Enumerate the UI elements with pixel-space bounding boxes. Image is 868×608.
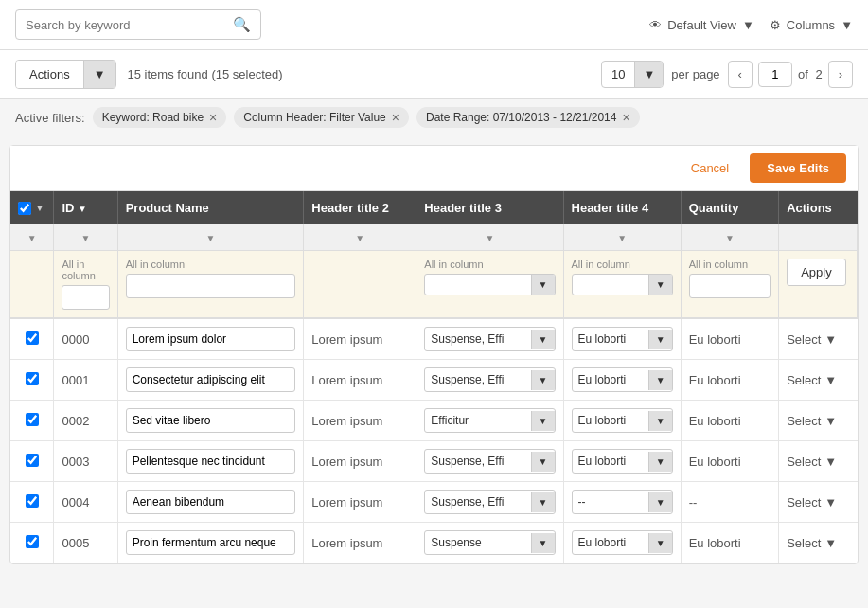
- row-select-button[interactable]: Select ▼: [787, 414, 837, 428]
- search-input[interactable]: [26, 18, 233, 32]
- row-header3-caret[interactable]: ▼: [531, 330, 555, 349]
- filter-arrow-h4[interactable]: ▼: [563, 224, 681, 251]
- row-select-button[interactable]: Select ▼: [787, 332, 837, 347]
- row-quantity-value: Eu loborti: [689, 455, 741, 469]
- th-header2: Header title 2: [304, 191, 416, 224]
- h4-filter-caret[interactable]: ▼: [648, 275, 672, 295]
- row-name-cell: [117, 523, 304, 563]
- data-table: ▼ ID ▼ Product Name Header title 2 Heade…: [10, 191, 858, 563]
- default-view-button[interactable]: 👁 Default View ▼: [649, 18, 754, 32]
- qty-filter-input[interactable]: [689, 274, 771, 298]
- filter-tag-keyword-remove[interactable]: ×: [209, 111, 217, 124]
- filter-arrow-qty[interactable]: ▼: [681, 224, 778, 251]
- th-id: ID ▼: [54, 191, 117, 224]
- prev-page-button[interactable]: ‹: [728, 61, 753, 88]
- row-header2: Lorem ipsum: [304, 441, 416, 482]
- row-header4-caret[interactable]: ▼: [648, 533, 672, 553]
- cancel-button[interactable]: Cancel: [680, 155, 740, 181]
- row-id: 0001: [54, 360, 117, 401]
- row-actions-cell: Select ▼: [779, 523, 858, 563]
- row-header3-caret[interactable]: ▼: [531, 492, 555, 512]
- h3-filter-caret[interactable]: ▼: [531, 275, 555, 295]
- row-checkbox[interactable]: [26, 372, 39, 385]
- apply-button[interactable]: Apply: [787, 259, 846, 286]
- default-view-label: Default View: [667, 18, 736, 32]
- row-checkbox[interactable]: [26, 494, 39, 508]
- row-name-input[interactable]: [126, 408, 296, 433]
- row-checkbox[interactable]: [26, 535, 39, 548]
- row-header4-caret[interactable]: ▼: [648, 330, 672, 349]
- row-select-button[interactable]: Select ▼: [787, 495, 837, 510]
- next-page-button[interactable]: ›: [828, 61, 853, 88]
- id-filter-input[interactable]: [62, 285, 109, 310]
- row-select-button[interactable]: Select ▼: [787, 536, 837, 550]
- row-header4-caret[interactable]: ▼: [648, 452, 672, 472]
- row-header4-caret[interactable]: ▼: [648, 492, 672, 512]
- table-header-actions: Cancel Save Edits: [10, 146, 858, 191]
- th-select-all[interactable]: ▼: [10, 191, 54, 224]
- filter-apply-cell: Apply: [779, 251, 858, 319]
- row-actions-cell: Select ▼: [779, 401, 858, 441]
- row-id: 0000: [54, 318, 117, 360]
- row-name-input[interactable]: [126, 530, 296, 555]
- row-header3-value: Efficitur: [425, 409, 530, 432]
- filter-arrow-h2[interactable]: ▼: [304, 224, 416, 251]
- row-header3-caret[interactable]: ▼: [531, 533, 555, 553]
- row-header3-caret[interactable]: ▼: [531, 370, 555, 390]
- row-checkbox[interactable]: [26, 454, 39, 467]
- row-checkbox[interactable]: [26, 331, 39, 345]
- per-page-caret[interactable]: ▼: [634, 62, 663, 87]
- select-chevron-icon: ▼: [824, 536, 837, 550]
- row-header2: Lorem ipsum: [304, 360, 416, 401]
- per-page-label: per page: [671, 67, 719, 81]
- table-row: 0005 Lorem ipsum Suspense ▼ Eu loborti ▼…: [10, 523, 858, 563]
- row-name-input[interactable]: [126, 490, 296, 514]
- row-checkbox-cell: [10, 401, 54, 441]
- select-all-checkbox[interactable]: [18, 202, 31, 215]
- filter-tag-daterange-remove[interactable]: ×: [622, 111, 629, 124]
- row-header3-caret[interactable]: ▼: [531, 452, 555, 472]
- row-id: 0002: [54, 401, 117, 441]
- search-icon: 🔍: [233, 16, 251, 33]
- row-header4-value: Eu loborti: [573, 450, 648, 473]
- filter-arrow-h3[interactable]: ▼: [416, 224, 563, 251]
- table-row: 0004 Lorem ipsum Suspense, Effi ▼ -- ▼ -…: [10, 482, 858, 523]
- filter-arrow-name[interactable]: ▼: [117, 224, 304, 251]
- table-body: 0000 Lorem ipsum Suspense, Effi ▼ Eu lob…: [10, 318, 858, 563]
- row-name-input[interactable]: [126, 327, 296, 351]
- filter-input-name: All in column: [117, 251, 304, 319]
- page-number-input[interactable]: [758, 62, 792, 87]
- actions-select[interactable]: Actions ▼: [15, 60, 116, 89]
- row-header4-caret[interactable]: ▼: [648, 411, 672, 431]
- row-header4-value: --: [573, 491, 648, 513]
- row-checkbox-cell: [10, 360, 54, 401]
- per-page-wrap: 10 ▼ per page ‹ of 2 ›: [601, 61, 853, 88]
- name-filter-input[interactable]: [126, 274, 296, 298]
- row-select-button[interactable]: Select ▼: [787, 373, 837, 387]
- h4-filter-value: [573, 280, 648, 290]
- row-header4-caret[interactable]: ▼: [648, 370, 672, 390]
- filter-arrow-id[interactable]: ▼: [54, 224, 117, 251]
- per-page-select[interactable]: 10 ▼: [601, 61, 664, 88]
- row-name-cell: [117, 401, 304, 441]
- actions-caret[interactable]: ▼: [83, 61, 115, 88]
- row-name-input[interactable]: [126, 367, 296, 392]
- per-page-value: 10: [602, 62, 634, 87]
- row-header2: Lorem ipsum: [304, 482, 416, 523]
- columns-button[interactable]: ⚙ Columns ▼: [770, 18, 853, 32]
- row-name-input[interactable]: [126, 449, 296, 474]
- row-select-button[interactable]: Select ▼: [787, 455, 837, 469]
- row-checkbox-cell: [10, 318, 54, 360]
- filter-arrow-select[interactable]: ▼: [10, 224, 54, 251]
- row-name-cell: [117, 441, 304, 482]
- row-checkbox[interactable]: [26, 413, 39, 426]
- filter-tag-column-text: Column Header: Filter Value: [243, 111, 386, 124]
- row-header3-value: Suspense, Effi: [425, 450, 530, 473]
- filter-tag-column-remove[interactable]: ×: [392, 111, 399, 124]
- chevron-down-icon: ▼: [841, 18, 853, 32]
- filter-arrow-actions: [779, 224, 858, 251]
- row-header3-caret[interactable]: ▼: [531, 411, 555, 431]
- items-found: 15 items found (15 selected): [128, 67, 283, 81]
- save-edits-button[interactable]: Save Edits: [750, 153, 846, 183]
- table-row: 0002 Lorem ipsum Efficitur ▼ Eu loborti …: [10, 401, 858, 441]
